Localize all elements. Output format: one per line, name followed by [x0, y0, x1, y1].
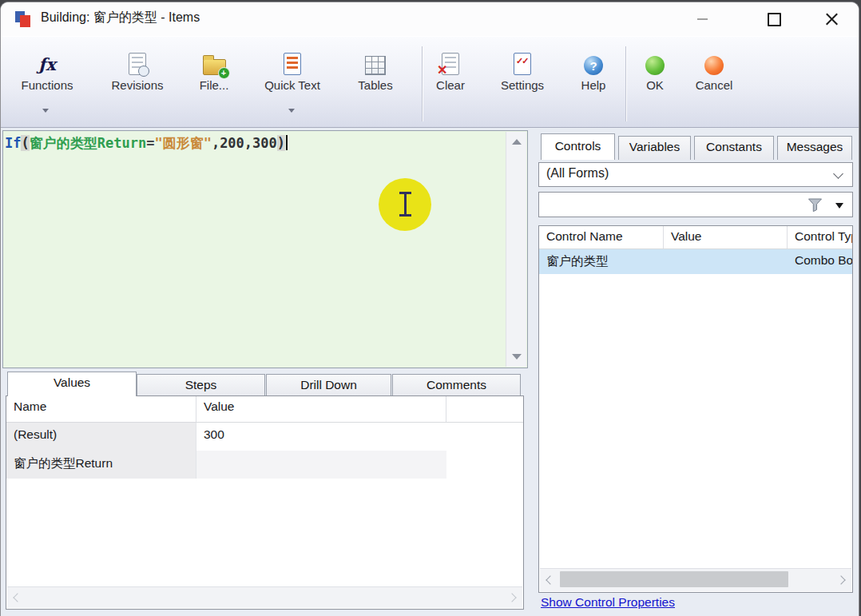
revisions-label: Revisions	[101, 78, 173, 92]
tab-messages[interactable]: Messages	[777, 136, 852, 160]
values-horizontal-scrollbar[interactable]	[7, 586, 522, 608]
help-button[interactable]: ? Help	[573, 48, 613, 117]
ok-button[interactable]: OK	[637, 48, 673, 117]
control-value-cell	[664, 249, 788, 274]
settings-checklist-icon: ✓✓	[514, 53, 531, 75]
scroll-left-icon[interactable]	[13, 593, 22, 602]
minimize-button[interactable]	[684, 7, 720, 31]
tab-drill-down[interactable]: Drill Down	[266, 374, 391, 396]
control-type-cell: Combo Box	[788, 249, 852, 274]
clear-button[interactable]: ✕ Clear	[428, 48, 473, 117]
tab-constants[interactable]: Constants	[694, 136, 774, 160]
app-logo-icon	[14, 10, 34, 29]
maximize-icon	[768, 13, 781, 26]
controls-list: Control Name Value Control Type 窗户的类型 Co…	[538, 225, 853, 593]
formula-editor[interactable]: If(窗户的类型Return="圆形窗",200,300)	[2, 130, 528, 368]
tab-values[interactable]: Values	[7, 372, 137, 396]
controls-header-name[interactable]: Control Name	[539, 226, 664, 248]
code-string-literal: "圆形窗"	[154, 135, 211, 151]
filter-dropdown-icon[interactable]	[835, 203, 843, 209]
formula-code-line: If(窗户的类型Return="圆形窗",200,300)	[5, 134, 288, 153]
show-control-properties-link[interactable]: Show Control Properties	[541, 595, 675, 610]
quick-text-label: Quick Text	[252, 78, 333, 92]
tab-variables[interactable]: Variables	[618, 136, 691, 160]
tab-drill-down-label: Drill Down	[300, 378, 357, 391]
chevron-down-icon	[833, 169, 843, 179]
formula-editor-window: Building: 窗户的类型 - Items ƒx Functions Rev…	[0, 2, 859, 616]
controls-header-type[interactable]: Control Type	[788, 226, 852, 248]
code-variable: 窗户的类型Return	[30, 135, 146, 151]
code-arguments: ,200,300	[212, 135, 277, 151]
scroll-right-icon[interactable]	[507, 593, 516, 602]
mouse-cursor-highlight	[379, 178, 431, 231]
control-name-cell: 窗户的类型	[539, 249, 664, 274]
file-label: File...	[189, 78, 239, 92]
functions-fx-icon: ƒx	[38, 54, 56, 75]
values-row-name: (Result)	[6, 423, 196, 451]
tab-steps[interactable]: Steps	[137, 374, 265, 396]
help-icon: ?	[584, 56, 603, 75]
text-caret	[286, 135, 288, 150]
quick-text-button[interactable]: Quick Text	[252, 48, 333, 117]
scroll-left-icon[interactable]	[546, 575, 554, 584]
tab-controls-label: Controls	[555, 139, 601, 153]
ibeam-cursor-icon	[399, 192, 412, 217]
cancel-label: Cancel	[688, 78, 740, 92]
clear-label: Clear	[428, 78, 473, 92]
tab-controls[interactable]: Controls	[541, 133, 615, 160]
controls-header-value[interactable]: Value	[664, 226, 788, 248]
cancel-orange-sphere-icon	[704, 56, 724, 75]
file-button[interactable]: File...	[189, 48, 239, 117]
tables-label: Tables	[350, 78, 401, 92]
values-row-name: 窗户的类型Return	[6, 451, 196, 479]
code-keyword: If	[5, 135, 21, 151]
code-open-paren: (	[21, 135, 29, 151]
values-header-spacer	[446, 396, 523, 422]
minimize-icon	[697, 18, 708, 20]
values-row-value	[196, 451, 446, 479]
tables-grid-icon	[365, 56, 386, 75]
controls-row-selected[interactable]: 窗户的类型 Combo Box	[539, 249, 852, 274]
settings-button[interactable]: ✓✓ Settings	[494, 48, 550, 117]
close-icon	[825, 13, 839, 26]
values-header-value[interactable]: Value	[196, 396, 446, 422]
maximize-button[interactable]	[756, 7, 792, 31]
add-plus-icon	[218, 67, 230, 79]
functions-dropdown-caret-icon[interactable]	[42, 109, 49, 113]
values-row-result[interactable]: (Result) 300	[6, 423, 523, 451]
close-button[interactable]	[813, 7, 850, 31]
functions-button[interactable]: ƒx Functions	[10, 48, 84, 117]
cancel-button[interactable]: Cancel	[688, 48, 740, 117]
tab-comments[interactable]: Comments	[392, 374, 521, 396]
title-bar: Building: 窗户的类型 - Items	[1, 2, 859, 36]
scroll-right-icon[interactable]	[836, 575, 845, 584]
filter-input[interactable]	[538, 192, 853, 217]
help-label: Help	[573, 78, 613, 92]
scroll-up-icon[interactable]	[512, 139, 522, 145]
controls-horizontal-scrollbar[interactable]	[540, 568, 851, 591]
tables-button[interactable]: Tables	[350, 48, 401, 117]
editor-vertical-scrollbar[interactable]	[506, 132, 526, 367]
tab-values-label: Values	[54, 376, 90, 389]
quick-text-icon	[284, 53, 301, 75]
values-header-name[interactable]: Name	[6, 396, 196, 422]
settings-label: Settings	[494, 78, 550, 92]
revisions-icon	[129, 53, 146, 75]
scroll-down-icon[interactable]	[512, 354, 522, 360]
tab-steps-label: Steps	[185, 378, 217, 391]
file-folder-add-icon	[203, 59, 226, 75]
filter-funnel-icon[interactable]	[807, 197, 823, 216]
values-row-return[interactable]: 窗户的类型Return	[6, 451, 523, 479]
quick-text-dropdown-caret-icon[interactable]	[288, 109, 295, 113]
toolbar-separator	[422, 46, 423, 121]
tab-variables-label: Variables	[629, 140, 680, 153]
clear-icon: ✕	[442, 53, 459, 75]
forms-dropdown[interactable]: (All Forms)	[538, 162, 853, 187]
scrollbar-thumb[interactable]	[560, 571, 788, 587]
values-table-header: Name Value	[6, 396, 523, 423]
revisions-button[interactable]: Revisions	[101, 48, 173, 117]
functions-label: Functions	[10, 78, 84, 92]
toolbar-separator	[625, 46, 626, 121]
controls-table-header: Control Name Value Control Type	[539, 226, 852, 249]
values-row-value: 300	[196, 423, 446, 451]
